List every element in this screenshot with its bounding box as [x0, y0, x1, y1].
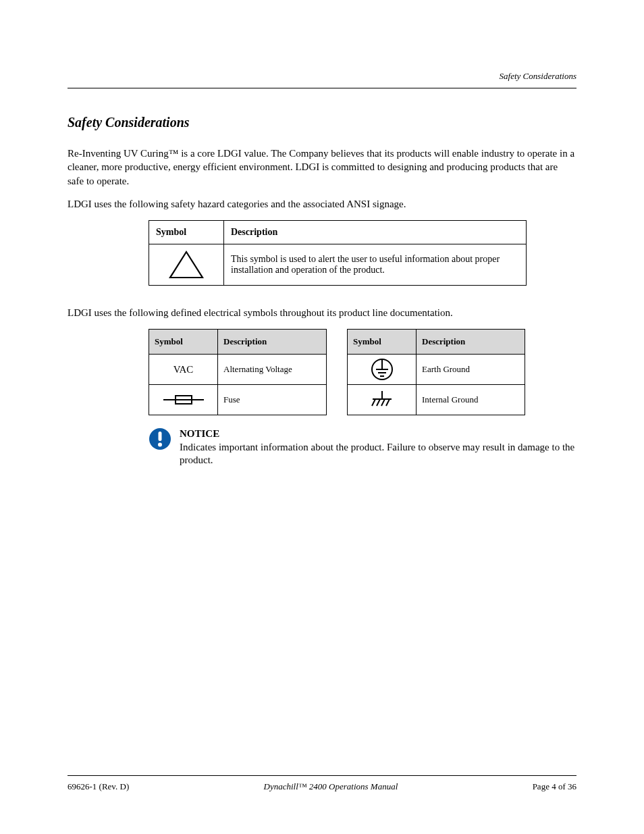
svg-point-18	[158, 443, 162, 447]
col-header-symbol: Symbol	[149, 330, 218, 355]
footer-left: 69626-1 (Rev. D)	[68, 781, 129, 792]
symbol-cell-triangle	[149, 244, 224, 286]
svg-line-15	[386, 399, 390, 406]
footer-center: Dynachill™ 2400 Operations Manual	[264, 781, 398, 792]
symbol-cell-earth-ground	[348, 355, 417, 385]
footer-row: 69626-1 (Rev. D) Dynachill™ 2400 Operati…	[68, 781, 576, 792]
description-cell: Internal Ground	[417, 385, 525, 415]
table-header-row: Symbol Description	[348, 330, 525, 355]
internal-ground-icon	[369, 390, 396, 410]
two-column-tables: Symbol Description VAC Alternating Volta…	[149, 329, 576, 415]
col-header-description: Description	[218, 330, 327, 355]
paragraph-1: Re-Inventing UV Curing™ is a core LDGI v…	[68, 147, 576, 188]
table-header-row: Symbol Description	[149, 330, 327, 355]
col-header-description: Description	[417, 330, 525, 355]
paragraph-2: LDGI uses the following safety hazard ca…	[68, 197, 576, 211]
symbol-cell-vac: VAC	[149, 355, 218, 385]
section-title: Safety Considerations	[68, 115, 576, 130]
fuse-icon	[162, 393, 205, 407]
tables-block: Symbol Description This symbol is used t…	[149, 220, 576, 467]
symbol-table-left: Symbol Description VAC Alternating Volta…	[149, 329, 327, 415]
col-header-description: Description	[224, 221, 527, 244]
notice-heading: NOTICE	[180, 428, 219, 439]
earth-ground-icon	[370, 357, 394, 382]
notice-icon-wrap	[149, 427, 171, 450]
symbol-table-right: Symbol Description	[347, 329, 525, 415]
notice-text: Indicates important information about th…	[180, 442, 574, 466]
symbol-table-main: Symbol Description This symbol is used t…	[149, 220, 527, 286]
header-rule	[68, 88, 576, 88]
col-header-symbol: Symbol	[149, 221, 224, 244]
description-cell: This symbol is used to alert the user to…	[224, 244, 527, 286]
symbol-cell-fuse	[149, 385, 218, 415]
content-area: Safety Considerations Re-Inventing UV Cu…	[68, 115, 576, 467]
footer-rule	[68, 775, 576, 776]
table-row: Earth Ground	[348, 355, 525, 385]
table-row: VAC Alternating Voltage	[149, 355, 327, 385]
svg-marker-0	[170, 252, 203, 278]
table-row: This symbol is used to alert the user to…	[149, 244, 527, 286]
symbol-cell-internal-ground	[348, 385, 417, 415]
exclamation-icon	[149, 427, 171, 450]
table-row: Fuse	[149, 385, 327, 415]
notice-row: NOTICE Indicates important information a…	[149, 427, 576, 467]
svg-line-14	[381, 399, 385, 406]
description-cell: Earth Ground	[417, 355, 525, 385]
notice-text-wrap: NOTICE Indicates important information a…	[180, 427, 576, 467]
header-label: Safety Considerations	[500, 71, 576, 82]
col-header-symbol: Symbol	[348, 330, 417, 355]
svg-line-13	[377, 399, 380, 406]
table-row: Internal Ground	[348, 385, 525, 415]
svg-line-12	[372, 399, 375, 406]
table-header-row: Symbol Description	[149, 221, 527, 244]
footer-right: Page 4 of 36	[533, 781, 576, 792]
description-cell: Alternating Voltage	[218, 355, 327, 385]
svg-rect-17	[159, 432, 162, 441]
footer: 69626-1 (Rev. D) Dynachill™ 2400 Operati…	[68, 775, 576, 792]
triangle-icon	[168, 250, 205, 280]
description-cell: Fuse	[218, 385, 327, 415]
paragraph-3: LDGI uses the following defined electric…	[68, 306, 576, 319]
page: Safety Considerations Safety Considerati…	[0, 0, 644, 834]
